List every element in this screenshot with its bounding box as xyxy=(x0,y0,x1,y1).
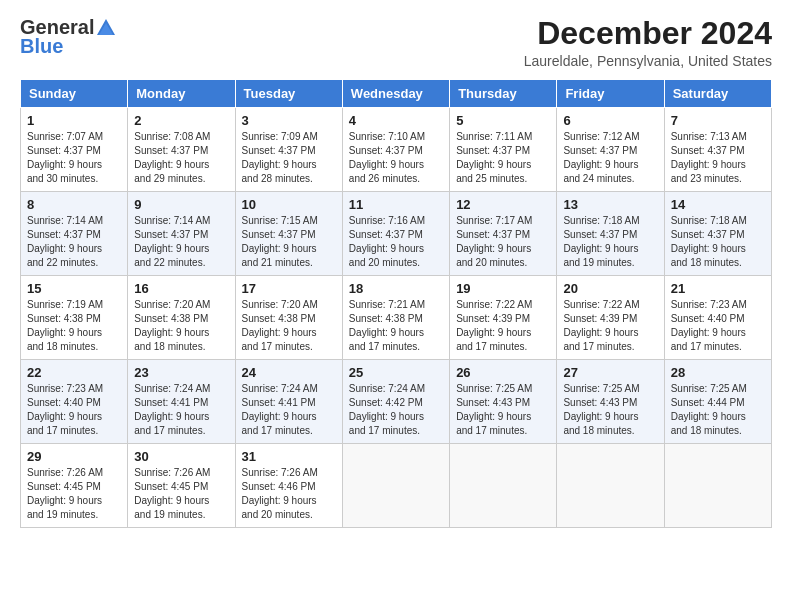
calendar-day-cell: 6Sunrise: 7:12 AMSunset: 4:37 PMDaylight… xyxy=(557,108,664,192)
calendar-day-cell: 30Sunrise: 7:26 AMSunset: 4:45 PMDayligh… xyxy=(128,444,235,528)
day-info: Sunrise: 7:13 AMSunset: 4:37 PMDaylight:… xyxy=(671,130,765,186)
day-number: 27 xyxy=(563,365,657,380)
day-info: Sunrise: 7:23 AMSunset: 4:40 PMDaylight:… xyxy=(27,382,121,438)
day-number: 1 xyxy=(27,113,121,128)
day-number: 6 xyxy=(563,113,657,128)
calendar-day-cell: 29Sunrise: 7:26 AMSunset: 4:45 PMDayligh… xyxy=(21,444,128,528)
day-info: Sunrise: 7:25 AMSunset: 4:43 PMDaylight:… xyxy=(563,382,657,438)
day-number: 22 xyxy=(27,365,121,380)
day-info: Sunrise: 7:24 AMSunset: 4:41 PMDaylight:… xyxy=(134,382,228,438)
calendar-day-cell: 9Sunrise: 7:14 AMSunset: 4:37 PMDaylight… xyxy=(128,192,235,276)
day-number: 12 xyxy=(456,197,550,212)
calendar-day-cell: 26Sunrise: 7:25 AMSunset: 4:43 PMDayligh… xyxy=(450,360,557,444)
day-number: 17 xyxy=(242,281,336,296)
day-info: Sunrise: 7:22 AMSunset: 4:39 PMDaylight:… xyxy=(456,298,550,354)
calendar-day-cell: 23Sunrise: 7:24 AMSunset: 4:41 PMDayligh… xyxy=(128,360,235,444)
calendar-header-row: SundayMondayTuesdayWednesdayThursdayFrid… xyxy=(21,80,772,108)
day-info: Sunrise: 7:18 AMSunset: 4:37 PMDaylight:… xyxy=(563,214,657,270)
day-number: 14 xyxy=(671,197,765,212)
calendar-day-cell: 19Sunrise: 7:22 AMSunset: 4:39 PMDayligh… xyxy=(450,276,557,360)
calendar-day-cell: 22Sunrise: 7:23 AMSunset: 4:40 PMDayligh… xyxy=(21,360,128,444)
day-info: Sunrise: 7:11 AMSunset: 4:37 PMDaylight:… xyxy=(456,130,550,186)
calendar-header-cell: Thursday xyxy=(450,80,557,108)
calendar-week-row: 29Sunrise: 7:26 AMSunset: 4:45 PMDayligh… xyxy=(21,444,772,528)
logo: General Blue xyxy=(20,16,118,58)
calendar-day-cell: 16Sunrise: 7:20 AMSunset: 4:38 PMDayligh… xyxy=(128,276,235,360)
day-info: Sunrise: 7:22 AMSunset: 4:39 PMDaylight:… xyxy=(563,298,657,354)
calendar-day-cell: 15Sunrise: 7:19 AMSunset: 4:38 PMDayligh… xyxy=(21,276,128,360)
day-number: 10 xyxy=(242,197,336,212)
calendar-header-cell: Tuesday xyxy=(235,80,342,108)
day-info: Sunrise: 7:24 AMSunset: 4:42 PMDaylight:… xyxy=(349,382,443,438)
day-info: Sunrise: 7:08 AMSunset: 4:37 PMDaylight:… xyxy=(134,130,228,186)
calendar-day-cell: 25Sunrise: 7:24 AMSunset: 4:42 PMDayligh… xyxy=(342,360,449,444)
day-number: 20 xyxy=(563,281,657,296)
day-info: Sunrise: 7:10 AMSunset: 4:37 PMDaylight:… xyxy=(349,130,443,186)
day-info: Sunrise: 7:21 AMSunset: 4:38 PMDaylight:… xyxy=(349,298,443,354)
day-number: 19 xyxy=(456,281,550,296)
day-info: Sunrise: 7:09 AMSunset: 4:37 PMDaylight:… xyxy=(242,130,336,186)
day-number: 16 xyxy=(134,281,228,296)
day-info: Sunrise: 7:17 AMSunset: 4:37 PMDaylight:… xyxy=(456,214,550,270)
calendar-day-cell: 17Sunrise: 7:20 AMSunset: 4:38 PMDayligh… xyxy=(235,276,342,360)
page: General Blue December 2024 Laureldale, P… xyxy=(0,0,792,612)
day-info: Sunrise: 7:14 AMSunset: 4:37 PMDaylight:… xyxy=(134,214,228,270)
calendar-day-cell xyxy=(342,444,449,528)
title-block: December 2024 Laureldale, Pennsylvania, … xyxy=(524,16,772,69)
calendar-day-cell xyxy=(450,444,557,528)
day-info: Sunrise: 7:15 AMSunset: 4:37 PMDaylight:… xyxy=(242,214,336,270)
day-number: 3 xyxy=(242,113,336,128)
calendar-day-cell: 27Sunrise: 7:25 AMSunset: 4:43 PMDayligh… xyxy=(557,360,664,444)
day-info: Sunrise: 7:14 AMSunset: 4:37 PMDaylight:… xyxy=(27,214,121,270)
day-info: Sunrise: 7:23 AMSunset: 4:40 PMDaylight:… xyxy=(671,298,765,354)
calendar-day-cell: 14Sunrise: 7:18 AMSunset: 4:37 PMDayligh… xyxy=(664,192,771,276)
calendar-day-cell: 2Sunrise: 7:08 AMSunset: 4:37 PMDaylight… xyxy=(128,108,235,192)
calendar-day-cell: 3Sunrise: 7:09 AMSunset: 4:37 PMDaylight… xyxy=(235,108,342,192)
calendar-day-cell: 12Sunrise: 7:17 AMSunset: 4:37 PMDayligh… xyxy=(450,192,557,276)
day-number: 21 xyxy=(671,281,765,296)
day-info: Sunrise: 7:26 AMSunset: 4:45 PMDaylight:… xyxy=(134,466,228,522)
day-info: Sunrise: 7:26 AMSunset: 4:46 PMDaylight:… xyxy=(242,466,336,522)
calendar-day-cell: 10Sunrise: 7:15 AMSunset: 4:37 PMDayligh… xyxy=(235,192,342,276)
calendar-week-row: 22Sunrise: 7:23 AMSunset: 4:40 PMDayligh… xyxy=(21,360,772,444)
day-number: 26 xyxy=(456,365,550,380)
day-info: Sunrise: 7:20 AMSunset: 4:38 PMDaylight:… xyxy=(242,298,336,354)
logo-blue: Blue xyxy=(20,35,63,58)
calendar-day-cell: 4Sunrise: 7:10 AMSunset: 4:37 PMDaylight… xyxy=(342,108,449,192)
calendar-day-cell: 7Sunrise: 7:13 AMSunset: 4:37 PMDaylight… xyxy=(664,108,771,192)
calendar-day-cell: 28Sunrise: 7:25 AMSunset: 4:44 PMDayligh… xyxy=(664,360,771,444)
calendar-day-cell xyxy=(557,444,664,528)
calendar-day-cell: 1Sunrise: 7:07 AMSunset: 4:37 PMDaylight… xyxy=(21,108,128,192)
day-number: 30 xyxy=(134,449,228,464)
calendar-header-cell: Monday xyxy=(128,80,235,108)
calendar-table: SundayMondayTuesdayWednesdayThursdayFrid… xyxy=(20,79,772,528)
day-number: 15 xyxy=(27,281,121,296)
calendar-header-cell: Sunday xyxy=(21,80,128,108)
calendar-day-cell: 5Sunrise: 7:11 AMSunset: 4:37 PMDaylight… xyxy=(450,108,557,192)
day-number: 9 xyxy=(134,197,228,212)
calendar-day-cell: 11Sunrise: 7:16 AMSunset: 4:37 PMDayligh… xyxy=(342,192,449,276)
calendar-day-cell: 18Sunrise: 7:21 AMSunset: 4:38 PMDayligh… xyxy=(342,276,449,360)
day-info: Sunrise: 7:19 AMSunset: 4:38 PMDaylight:… xyxy=(27,298,121,354)
day-info: Sunrise: 7:20 AMSunset: 4:38 PMDaylight:… xyxy=(134,298,228,354)
day-number: 18 xyxy=(349,281,443,296)
day-number: 5 xyxy=(456,113,550,128)
day-number: 25 xyxy=(349,365,443,380)
month-title: December 2024 xyxy=(524,16,772,51)
day-info: Sunrise: 7:25 AMSunset: 4:43 PMDaylight:… xyxy=(456,382,550,438)
calendar-header-cell: Friday xyxy=(557,80,664,108)
day-info: Sunrise: 7:12 AMSunset: 4:37 PMDaylight:… xyxy=(563,130,657,186)
day-number: 8 xyxy=(27,197,121,212)
day-info: Sunrise: 7:26 AMSunset: 4:45 PMDaylight:… xyxy=(27,466,121,522)
day-number: 28 xyxy=(671,365,765,380)
day-info: Sunrise: 7:07 AMSunset: 4:37 PMDaylight:… xyxy=(27,130,121,186)
day-number: 13 xyxy=(563,197,657,212)
day-info: Sunrise: 7:24 AMSunset: 4:41 PMDaylight:… xyxy=(242,382,336,438)
day-number: 11 xyxy=(349,197,443,212)
day-info: Sunrise: 7:25 AMSunset: 4:44 PMDaylight:… xyxy=(671,382,765,438)
calendar-day-cell: 21Sunrise: 7:23 AMSunset: 4:40 PMDayligh… xyxy=(664,276,771,360)
calendar-week-row: 8Sunrise: 7:14 AMSunset: 4:37 PMDaylight… xyxy=(21,192,772,276)
location: Laureldale, Pennsylvania, United States xyxy=(524,53,772,69)
calendar-day-cell: 24Sunrise: 7:24 AMSunset: 4:41 PMDayligh… xyxy=(235,360,342,444)
day-number: 2 xyxy=(134,113,228,128)
